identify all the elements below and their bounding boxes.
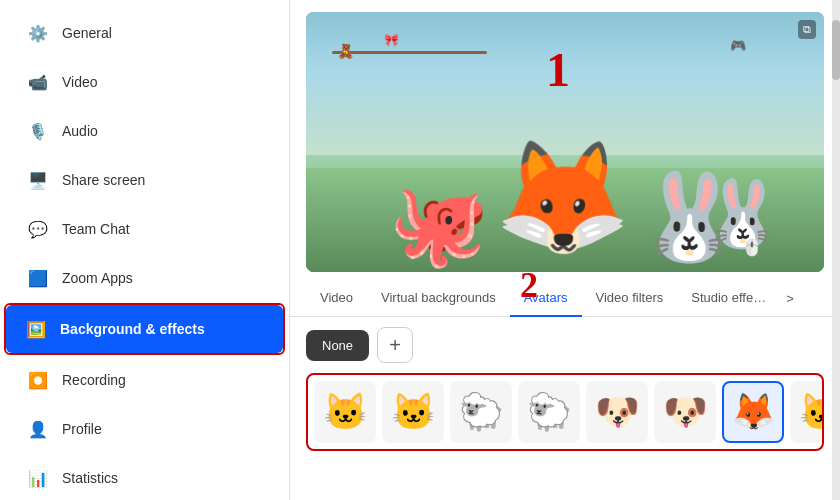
main-content: 🧸 🎀 🎮 🐙 🦊 🐰 🐰 🖱️ ⧉ 1 VideoVirtual bac: [290, 0, 840, 500]
scrollbar-thumb[interactable]: [832, 20, 840, 80]
sidebar-item-audio[interactable]: 🎙️ Audio: [8, 107, 281, 155]
avatar-thumb-cat1[interactable]: 🐱: [314, 381, 376, 443]
video-preview: 🧸 🎀 🎮 🐙 🦊 🐰 🐰 🖱️ ⧉ 1: [306, 12, 824, 272]
tab-more-button[interactable]: >: [780, 281, 800, 316]
none-button[interactable]: None: [306, 330, 369, 361]
sidebar-item-profile[interactable]: 👤 Profile: [8, 405, 281, 453]
sidebar-label-general: General: [62, 25, 112, 41]
sidebar-item-video[interactable]: 📹 Video: [8, 58, 281, 106]
tabs-bar: VideoVirtual backgroundsAvatarsVideo fil…: [290, 280, 840, 317]
sidebar-label-statistics: Statistics: [62, 470, 118, 486]
add-avatar-button[interactable]: +: [377, 327, 413, 363]
sidebar-icon-statistics: 📊: [24, 464, 52, 492]
sidebar-icon-audio: 🎙️: [24, 117, 52, 145]
sidebar-item-zoom-apps[interactable]: 🟦 Zoom Apps: [8, 254, 281, 302]
tab-avatars[interactable]: Avatars: [510, 280, 582, 317]
avatar-thumb-cat2[interactable]: 🐱: [382, 381, 444, 443]
sidebar-active-box: 🖼️ Background & effects: [4, 303, 285, 355]
sidebar-label-profile: Profile: [62, 421, 102, 437]
avatar-thumb-fox1[interactable]: 🦊: [722, 381, 784, 443]
avatar-grid: 🐱🐱🐑🐑🐶🐶🦊🐱: [306, 373, 824, 451]
sidebar-icon-profile: 👤: [24, 415, 52, 443]
scrollbar[interactable]: [832, 0, 840, 500]
sidebar-label-team-chat: Team Chat: [62, 221, 130, 237]
avatar-thumb-dog2[interactable]: 🐶: [654, 381, 716, 443]
sidebar-item-recording[interactable]: ⏺️ Recording: [8, 356, 281, 404]
sidebar-item-statistics[interactable]: 📊 Statistics: [8, 454, 281, 500]
sidebar-icon-share-screen: 🖥️: [24, 166, 52, 194]
avatar-controls: None +: [306, 327, 824, 363]
sidebar-label-audio: Audio: [62, 123, 98, 139]
sidebar-icon-background-effects: 🖼️: [22, 315, 50, 343]
tab-studio-effects[interactable]: Studio effe…: [677, 280, 780, 317]
tab-video-filters[interactable]: Video filters: [582, 280, 678, 317]
sidebar-icon-video: 📹: [24, 68, 52, 96]
sidebar-label-zoom-apps: Zoom Apps: [62, 270, 133, 286]
avatar-thumb-cat3[interactable]: 🐱: [790, 381, 824, 443]
cartoon-scene: 🧸 🎀 🎮 🐙 🦊 🐰 🐰 🖱️: [306, 12, 824, 272]
sidebar-icon-zoom-apps: 🟦: [24, 264, 52, 292]
sidebar-label-share-screen: Share screen: [62, 172, 145, 188]
sidebar-item-background-effects[interactable]: 🖼️ Background & effects: [6, 305, 283, 353]
sidebar-label-recording: Recording: [62, 372, 126, 388]
sidebar-label-video: Video: [62, 74, 98, 90]
tab-video[interactable]: Video: [306, 280, 367, 317]
avatar-section: None + 🐱🐱🐑🐑🐶🐶🦊🐱: [290, 317, 840, 500]
tab-virtual-backgrounds[interactable]: Virtual backgrounds: [367, 280, 510, 317]
sidebar: ⚙️ General 📹 Video 🎙️ Audio 🖥️ Share scr…: [0, 0, 290, 500]
avatar-thumb-sheep1[interactable]: 🐑: [450, 381, 512, 443]
copy-icon[interactable]: ⧉: [798, 20, 816, 39]
avatar-thumb-dog1[interactable]: 🐶: [586, 381, 648, 443]
sidebar-icon-team-chat: 💬: [24, 215, 52, 243]
page-wrapper: ⚙️ General 📹 Video 🎙️ Audio 🖥️ Share scr…: [0, 0, 840, 500]
sidebar-item-share-screen[interactable]: 🖥️ Share screen: [8, 156, 281, 204]
avatar-thumb-sheep2[interactable]: 🐑: [518, 381, 580, 443]
sidebar-item-team-chat[interactable]: 💬 Team Chat: [8, 205, 281, 253]
sidebar-item-general[interactable]: ⚙️ General: [8, 9, 281, 57]
sidebar-icon-recording: ⏺️: [24, 366, 52, 394]
sidebar-icon-general: ⚙️: [24, 19, 52, 47]
sidebar-label-background-effects: Background & effects: [60, 321, 205, 337]
